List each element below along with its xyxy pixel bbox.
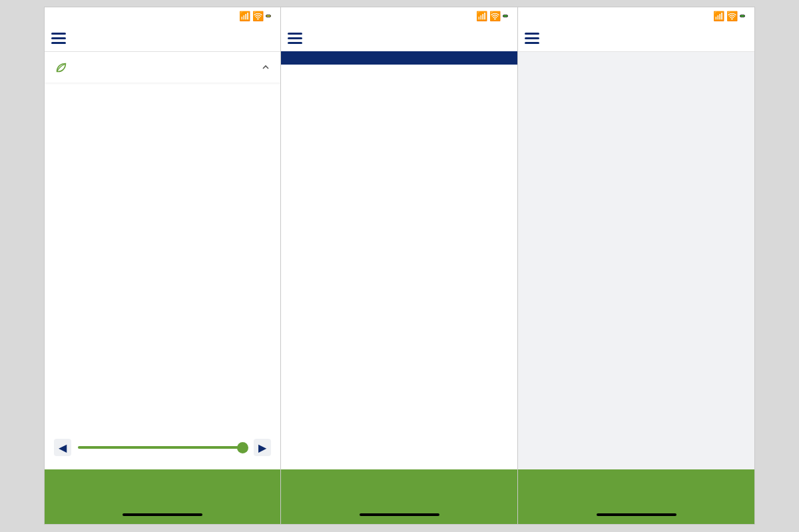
header — [281, 25, 517, 51]
stats-header — [281, 51, 517, 65]
menu-button[interactable] — [525, 33, 539, 44]
time-slider-area: ◀ ▶ — [45, 432, 280, 464]
screen-cost-of-energy: 📶 🛜 ◀ ▶ — [44, 7, 281, 525]
leaf-icon — [54, 60, 69, 75]
battery-icon — [740, 15, 745, 17]
granularity-row — [281, 464, 517, 469]
bottom-tabs — [518, 469, 754, 511]
wifi-icon: 🛜 — [252, 11, 264, 21]
usage-list — [45, 83, 280, 432]
wifi-icon: 🛜 — [726, 11, 738, 21]
home-indicator — [281, 511, 517, 524]
status-bar: 📶 🛜 — [281, 7, 517, 25]
battery-icon — [503, 15, 508, 17]
screen-graphs: 📶 🛜 — [281, 7, 518, 525]
menu-button[interactable] — [288, 33, 302, 44]
next-period-button[interactable]: ▶ — [254, 439, 271, 456]
wifi-icon: 🛜 — [489, 11, 501, 21]
cost-per-week-chart[interactable] — [286, 70, 512, 363]
panel-selector[interactable] — [45, 52, 280, 83]
signal-icon: 📶 — [713, 11, 724, 21]
battery-icon — [266, 15, 271, 17]
granularity-row — [45, 464, 280, 469]
management-cards — [518, 52, 754, 469]
home-indicator — [45, 511, 280, 524]
header — [518, 25, 754, 51]
signal-icon: 📶 — [476, 11, 487, 21]
time-slider[interactable] — [78, 446, 247, 449]
bottom-tabs — [45, 469, 280, 511]
status-bar: 📶 🛜 — [518, 7, 754, 25]
chart-area — [281, 65, 517, 464]
signal-icon: 📶 — [239, 11, 250, 21]
header — [45, 25, 280, 51]
home-indicator — [518, 511, 754, 524]
screen-management: 📶 🛜 — [518, 7, 755, 525]
status-bar: 📶 🛜 — [45, 7, 280, 25]
chevron-up-icon — [260, 62, 271, 73]
menu-button[interactable] — [51, 33, 66, 44]
bottom-tabs — [281, 469, 517, 511]
prev-period-button[interactable]: ◀ — [54, 439, 71, 456]
